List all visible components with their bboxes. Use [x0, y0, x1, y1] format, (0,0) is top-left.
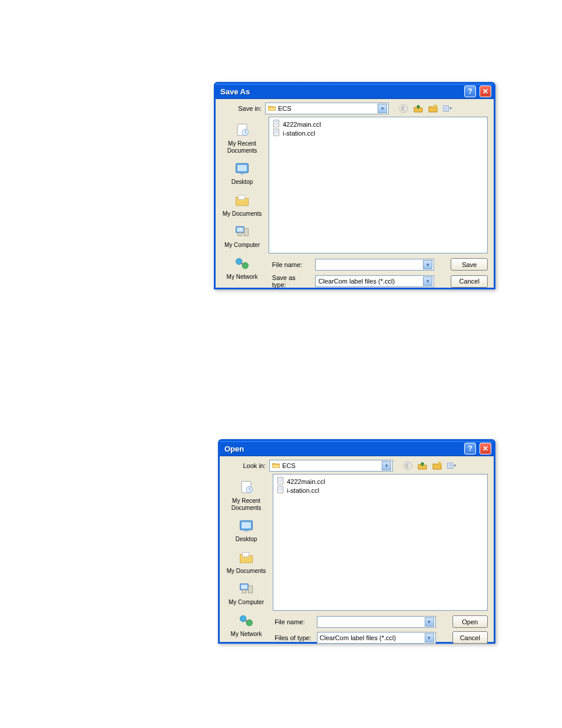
folder-name: ECS — [282, 462, 296, 469]
place-documents[interactable]: My Documents — [224, 548, 269, 576]
toolbar-icons — [397, 103, 454, 114]
place-desktop[interactable]: Desktop — [224, 516, 269, 544]
location-label: Save in: — [222, 105, 262, 112]
type-value: ClearCom label files (*.ccl) — [320, 634, 396, 641]
chevron-down-icon[interactable]: ▾ — [423, 260, 432, 269]
dialog-title: Save As — [220, 87, 461, 96]
type-dropdown[interactable]: ClearCom label files (*.ccl) ▾ — [317, 632, 436, 644]
my-computer-icon — [224, 580, 269, 598]
titlebar: Open ? ✕ — [220, 441, 494, 456]
folder-dropdown[interactable]: ECS ▾ — [269, 460, 393, 472]
desktop-icon — [220, 160, 265, 177]
location-row: Look in: ECS ▾ — [220, 456, 494, 474]
close-button[interactable]: ✕ — [480, 443, 491, 454]
svg-rect-14 — [238, 233, 242, 236]
svg-rect-12 — [237, 228, 243, 232]
titlebar: Save As ? ✕ — [216, 84, 494, 99]
save-as-dialog: Save As ? ✕ Save in: ECS ▾ — [214, 82, 495, 289]
chevron-down-icon[interactable]: ▾ — [425, 633, 434, 643]
open-button[interactable]: Open — [452, 615, 488, 628]
svg-rect-17 — [274, 120, 279, 127]
up-one-level-button[interactable] — [416, 460, 429, 472]
chevron-down-icon[interactable]: ▾ — [378, 104, 387, 113]
filename-input[interactable]: ▾ — [317, 616, 436, 628]
place-label: My Computer — [224, 242, 260, 248]
help-button[interactable]: ? — [464, 85, 476, 97]
cancel-button[interactable]: Cancel — [452, 631, 488, 644]
place-label: Desktop — [232, 179, 253, 185]
chevron-down-icon[interactable]: ▾ — [425, 617, 434, 627]
toolbar-icons — [401, 460, 458, 472]
places-bar: My Recent Documents Desktop My Documents… — [220, 474, 273, 611]
dialog-title: Open — [224, 444, 461, 453]
new-folder-button[interactable] — [427, 103, 439, 114]
place-label: My Documents — [223, 210, 262, 217]
view-menu-button[interactable] — [441, 103, 454, 114]
folder-name: ECS — [278, 105, 292, 112]
svg-rect-34 — [242, 522, 251, 529]
type-row: Save as type: ClearCom label files (*.cc… — [222, 274, 488, 288]
place-label: My Recent Documents — [227, 140, 257, 154]
filename-row: File name: ▾ Save — [222, 258, 488, 271]
location-label: Look in: — [226, 462, 266, 469]
svg-rect-13 — [244, 229, 249, 236]
svg-rect-10 — [239, 195, 245, 199]
places-bar: My Recent Documents Desktop My Documents… — [216, 117, 269, 253]
type-label: Files of type: — [275, 634, 312, 641]
file-icon — [277, 477, 285, 486]
file-name: 4222main.ccl — [287, 478, 325, 485]
chevron-down-icon[interactable]: ▾ — [382, 461, 391, 470]
file-item[interactable]: i-station.ccl — [273, 129, 484, 137]
file-list[interactable]: 4222main.ccl i-station.ccl — [269, 117, 488, 253]
folder-dropdown[interactable]: ECS ▾ — [265, 103, 389, 114]
place-documents[interactable]: My Documents — [220, 190, 265, 219]
type-row: Files of type: ClearCom label files (*.c… — [226, 631, 488, 644]
svg-rect-42 — [278, 477, 283, 484]
type-dropdown[interactable]: ClearCom label files (*.ccl) ▾ — [315, 275, 434, 287]
svg-rect-37 — [241, 585, 247, 589]
file-icon — [277, 486, 285, 495]
filename-input[interactable]: ▾ — [315, 259, 434, 271]
new-folder-button[interactable] — [431, 460, 444, 472]
location-row: Save in: ECS ▾ — [216, 99, 494, 117]
file-item[interactable]: 4222main.ccl — [277, 477, 484, 486]
type-value: ClearCom label files (*.ccl) — [318, 278, 395, 285]
open-folder-icon — [272, 462, 280, 470]
filename-label: File name: — [272, 261, 311, 268]
close-button[interactable]: ✕ — [480, 85, 491, 97]
place-label: My Computer — [229, 599, 264, 605]
file-list[interactable]: 4222main.ccl i-station.ccl — [273, 474, 488, 611]
file-item[interactable]: i-station.ccl — [277, 486, 484, 495]
svg-rect-46 — [278, 486, 283, 493]
save-button[interactable]: Save — [451, 258, 488, 271]
my-documents-icon — [224, 549, 269, 566]
recent-documents-icon — [220, 121, 265, 139]
place-recent[interactable]: My Recent Documents — [220, 120, 265, 155]
my-computer-icon — [220, 223, 265, 241]
place-recent[interactable]: My Recent Documents — [224, 477, 269, 512]
place-computer[interactable]: My Computer — [220, 222, 265, 250]
place-desktop[interactable]: Desktop — [220, 159, 265, 187]
cancel-button[interactable]: Cancel — [451, 275, 488, 288]
svg-rect-38 — [249, 586, 253, 593]
place-label: My Documents — [227, 568, 266, 574]
up-one-level-button[interactable] — [412, 103, 425, 114]
open-dialog: Open ? ✕ Look in: ECS ▾ — [218, 439, 495, 644]
desktop-icon — [224, 517, 269, 535]
place-computer[interactable]: My Computer — [224, 579, 269, 607]
svg-rect-21 — [274, 129, 279, 136]
file-name: 4222main.ccl — [283, 121, 321, 128]
svg-rect-9 — [237, 165, 247, 172]
my-documents-icon — [220, 192, 265, 209]
chevron-down-icon[interactable]: ▾ — [423, 276, 432, 286]
svg-point-0 — [399, 104, 408, 113]
file-item[interactable]: 4222main.ccl — [273, 120, 484, 129]
view-menu-button[interactable] — [445, 460, 458, 472]
place-label: Desktop — [236, 536, 257, 542]
svg-rect-39 — [242, 590, 246, 593]
type-label: Save as type: — [272, 274, 311, 288]
svg-point-25 — [404, 462, 412, 470]
place-label: My Recent Documents — [232, 498, 262, 511]
help-button[interactable]: ? — [464, 443, 476, 454]
open-folder-icon — [268, 104, 276, 113]
